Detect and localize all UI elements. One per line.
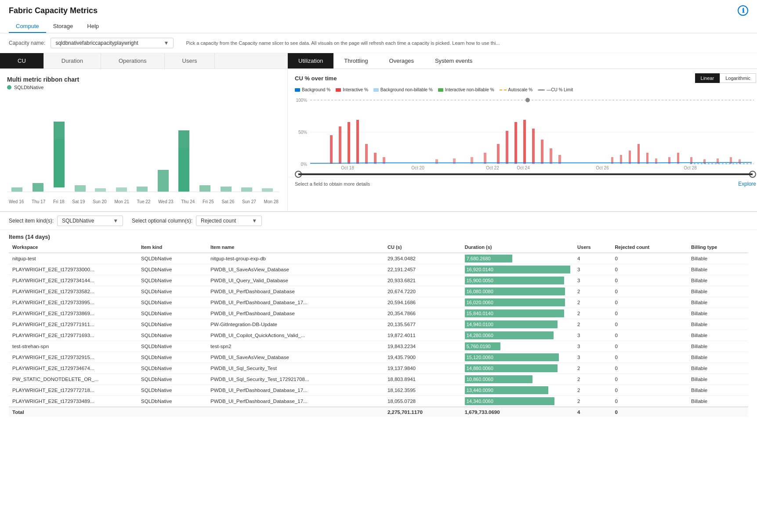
svg-rect-25	[330, 135, 333, 164]
nav-help[interactable]: Help	[80, 19, 106, 33]
cell-workspace: PLAYWRIGHT_E2E_t1729733000...	[9, 264, 138, 275]
tab-utilization[interactable]: Utilization	[288, 53, 333, 68]
cell-duration: 15,840.0140	[461, 308, 574, 319]
total-row: Total 2,275,701.1170 1,679,733.0690 4 0	[9, 407, 748, 417]
tab-throttling[interactable]: Throttling	[333, 53, 378, 68]
item-kind-chevron: ▼	[113, 218, 118, 224]
legend-interactive: Interactive %	[336, 87, 368, 92]
range-track	[295, 173, 756, 175]
table-row: PLAYWRIGHT_E2E_t1729771911... SQLDbNativ…	[9, 319, 748, 330]
svg-rect-13	[221, 187, 232, 192]
cell-duration: 16,020.0060	[461, 297, 574, 308]
cell-duration: 16,080.0080	[461, 286, 574, 297]
nav-compute[interactable]: Compute	[9, 19, 46, 33]
column-select[interactable]: Rejected count ▼	[196, 216, 262, 226]
svg-rect-46	[629, 151, 631, 164]
cell-item-name: PWDB_UI_PerfDashboard_Database	[207, 308, 384, 319]
legend-autoscale-color	[500, 90, 507, 90]
cell-billing: Billable	[688, 385, 748, 396]
info-icon[interactable]: ℹ	[738, 5, 748, 16]
cell-duration: 16,920.0140	[461, 264, 574, 275]
cell-rejected: 0	[611, 319, 688, 330]
cell-item-kind: SQLDbNative	[138, 374, 207, 385]
cell-workspace: nitgup-test	[9, 253, 138, 264]
x-label-7: Wed 23	[158, 199, 173, 204]
cell-rejected: 0	[611, 253, 688, 264]
cell-users: 2	[574, 308, 611, 319]
cell-workspace: PLAYWRIGHT_E2E_t1729771911...	[9, 319, 138, 330]
svg-text:50%: 50%	[298, 130, 307, 135]
table-row: PLAYWRIGHT_E2E_t1729772718... SQLDbNativ…	[9, 385, 748, 396]
tab-cu[interactable]: CU	[0, 53, 44, 68]
filter-bar: Select item kind(s): SQLDbNative ▼ Selec…	[0, 212, 757, 230]
tab-system-events[interactable]: System events	[424, 53, 483, 68]
table-row: PLAYWRIGHT_E2E_t1729733582... SQLDbNativ…	[9, 286, 748, 297]
svg-rect-51	[677, 153, 679, 164]
x-label-3: Sat 19	[72, 199, 85, 204]
svg-rect-26	[339, 126, 341, 164]
item-kind-select[interactable]: SQLDbNative ▼	[57, 216, 123, 226]
svg-rect-36	[497, 144, 500, 164]
cell-item-kind: SQLDbNative	[138, 341, 207, 352]
cell-item-kind: SQLDbNative	[138, 253, 207, 264]
table-row: test-strehan-spn SQLDbNative test-spn2 1…	[9, 341, 748, 352]
cell-billing: Billable	[688, 396, 748, 407]
left-panel: CU Duration Operations Users Multi metri…	[0, 53, 288, 211]
col-users: Users	[574, 242, 611, 253]
total-label: Total	[9, 407, 138, 417]
item-kind-filter: Select item kind(s): SQLDbNative ▼	[9, 216, 123, 226]
nav-storage[interactable]: Storage	[46, 19, 80, 33]
app-title-bar: Fabric Capacity Metrics ℹ	[9, 5, 748, 16]
table-row: PW_STATIC_DONOTDELETE_OR_... SQLDbNative…	[9, 374, 748, 385]
tab-overages[interactable]: Overages	[379, 53, 424, 68]
table-wrapper[interactable]: Workspace Item kind Item name CU (s) Dur…	[0, 242, 757, 417]
cell-rejected: 0	[611, 374, 688, 385]
cell-billing: Billable	[688, 374, 748, 385]
cell-users: 2	[574, 319, 611, 330]
total-cu: 2,275,701.1170	[384, 407, 461, 417]
x-label-11: Sun 27	[242, 199, 256, 204]
tab-duration[interactable]: Duration	[44, 53, 101, 68]
capacity-select[interactable]: sqldbnativefabriccapacityplaywright ▼	[51, 38, 174, 48]
svg-text:Oct 18: Oct 18	[341, 165, 354, 170]
capacity-hint: Pick a capacity from the Capacity name s…	[179, 40, 748, 46]
tab-operations[interactable]: Operations	[101, 53, 165, 68]
scale-buttons: Linear Logarithmic	[695, 73, 756, 83]
svg-rect-45	[620, 155, 622, 164]
svg-rect-15	[262, 188, 273, 192]
cell-rejected: 0	[611, 330, 688, 341]
cell-cu: 20,594.1686	[384, 297, 461, 308]
svg-rect-54	[717, 158, 719, 164]
cell-workspace: PLAYWRIGHT_E2E_t1729733995...	[9, 297, 138, 308]
col-item-kind: Item kind	[138, 242, 207, 253]
svg-rect-2	[33, 183, 43, 192]
app-title: Fabric Capacity Metrics	[9, 6, 98, 15]
cell-cu: 20,135.5677	[384, 319, 461, 330]
svg-rect-1	[11, 187, 22, 192]
table-row: PLAYWRIGHT_E2E_t1729732915... SQLDbNativ…	[9, 352, 748, 363]
legend-bg-nonbillable-label: Background non-billable %	[380, 87, 433, 92]
cell-users: 2	[574, 385, 611, 396]
cell-duration: 7,680.2680	[461, 253, 574, 264]
table-header-row: Workspace Item kind Item name CU (s) Dur…	[9, 242, 748, 253]
col-rejected: Rejected count	[611, 242, 688, 253]
svg-rect-47	[637, 144, 640, 164]
cell-users: 3	[574, 352, 611, 363]
svg-rect-12	[199, 185, 210, 192]
svg-rect-14	[241, 187, 252, 192]
tab-users[interactable]: Users	[165, 53, 215, 68]
explore-link[interactable]: Explore	[738, 181, 756, 187]
right-tab-bar: Utilization Throttling Overages System e…	[288, 53, 757, 69]
table-row: PLAYWRIGHT_E2E_t1729733489... SQLDbNativ…	[9, 396, 748, 407]
range-slider[interactable]	[288, 172, 757, 177]
scale-linear-btn[interactable]: Linear	[695, 73, 720, 83]
cell-users: 4	[574, 253, 611, 264]
cell-item-name: PWDB_UI_PerfDashboard_Database_17...	[207, 297, 384, 308]
scale-logarithmic-btn[interactable]: Logarithmic	[720, 73, 756, 83]
cell-workspace: PLAYWRIGHT_E2E_t1729734674...	[9, 363, 138, 374]
table-row: PLAYWRIGHT_E2E_t1729733869... SQLDbNativ…	[9, 308, 748, 319]
cell-rejected: 0	[611, 363, 688, 374]
cell-cu: 29,354.0482	[384, 253, 461, 264]
table-row: PLAYWRIGHT_E2E_t1729733995... SQLDbNativ…	[9, 297, 748, 308]
cell-item-kind: SQLDbNative	[138, 297, 207, 308]
